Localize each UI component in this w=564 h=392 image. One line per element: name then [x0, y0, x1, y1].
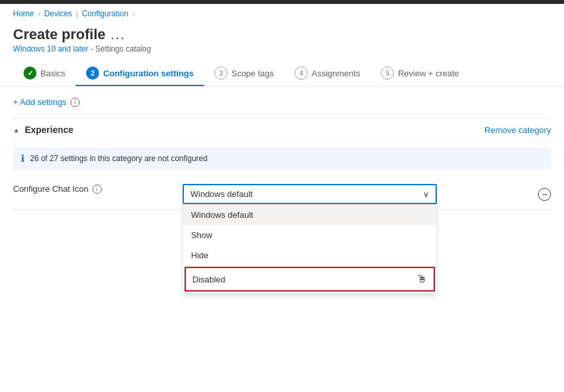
dropdown-option-disabled[interactable]: Disabled 🖱: [185, 267, 435, 292]
setting-info-icon[interactable]: i: [93, 185, 102, 194]
setting-row-configure-chat-icon: Configure Chat Icon i Windows default ∨ …: [13, 176, 551, 210]
page-title: Create profile: [13, 26, 106, 43]
add-settings-label: + Add settings: [13, 97, 67, 107]
tab-config-label: Configuration settings: [103, 68, 194, 78]
remove-setting-button[interactable]: −: [538, 188, 551, 201]
breadcrumb-sep2: ›: [132, 10, 135, 18]
dropdown-arrow-icon: ∨: [423, 190, 429, 199]
tab-assignments[interactable]: 4 Assignments: [284, 61, 370, 86]
dropdown-selected-value: Windows default: [190, 189, 252, 199]
setting-control: Windows default ∨ Windows default Show H…: [183, 184, 531, 204]
breadcrumb: Home › Devices | Configuration ›: [0, 4, 564, 23]
dropdown-option-show[interactable]: Show: [183, 225, 436, 245]
remove-setting-icon: −: [542, 189, 547, 200]
tab-configuration-settings[interactable]: 2 Configuration settings: [76, 61, 204, 86]
info-banner-text: 26 of 27 settings in this category are n…: [30, 154, 207, 163]
category-section: ▲ Experience Remove category ℹ 26 of 27 …: [13, 118, 551, 210]
more-options-button[interactable]: ...: [111, 27, 126, 42]
tab-scope-label: Scope tags: [231, 68, 274, 78]
dropdown-option-disabled-label: Disabled: [192, 275, 226, 284]
dropdown-menu: Windows default Show Hide Disabled 🖱: [183, 204, 437, 294]
category-collapse-button[interactable]: ▲ Experience: [13, 125, 74, 135]
breadcrumb-configuration[interactable]: Configuration: [82, 9, 128, 18]
add-settings-info-icon[interactable]: i: [70, 98, 80, 107]
tab-basics-num: ✓: [23, 67, 37, 80]
dropdown-option-windows-default[interactable]: Windows default: [183, 205, 436, 225]
remove-category-button[interactable]: Remove category: [484, 125, 551, 135]
page-subtitle: Windows 10 and later - Settings catalog: [13, 44, 551, 53]
breadcrumb-devices[interactable]: Devices: [44, 9, 72, 18]
category-name: Experience: [25, 125, 74, 135]
tab-assign-num: 4: [295, 67, 308, 80]
chevron-up-icon: ▲: [13, 127, 20, 134]
dropdown-selected[interactable]: Windows default ∨: [183, 184, 437, 204]
breadcrumb-pipe: |: [76, 9, 78, 18]
tab-review-num: 5: [381, 67, 394, 80]
tab-scope-num: 3: [215, 67, 228, 80]
page-header: Create profile ... Windows 10 and later …: [0, 23, 564, 56]
category-header: ▲ Experience Remove category: [13, 118, 551, 141]
setting-label: Configure Chat Icon i: [13, 184, 183, 194]
tab-config-num: 2: [86, 67, 99, 80]
cursor-hand-icon: 🖱: [417, 273, 427, 285]
breadcrumb-sep1: ›: [38, 10, 40, 18]
tabs-bar: ✓ Basics 2 Configuration settings 3 Scop…: [0, 56, 564, 87]
tab-basics[interactable]: ✓ Basics: [13, 61, 76, 86]
dropdown-option-hide[interactable]: Hide: [183, 245, 436, 265]
tab-basics-label: Basics: [40, 68, 65, 78]
subtitle-link[interactable]: Windows 10 and later: [13, 44, 88, 53]
info-banner-icon: ℹ: [21, 153, 25, 164]
info-banner: ℹ 26 of 27 settings in this category are…: [13, 147, 551, 170]
add-settings-button[interactable]: + Add settings i: [13, 97, 551, 107]
dropdown-wrapper: Windows default ∨ Windows default Show H…: [183, 184, 437, 204]
subtitle-suffix: - Settings catalog: [91, 44, 151, 53]
content-area: + Add settings i ▲ Experience Remove cat…: [0, 87, 564, 220]
breadcrumb-home[interactable]: Home: [13, 9, 34, 18]
setting-name: Configure Chat Icon: [13, 184, 89, 194]
tab-review-create[interactable]: 5 Review + create: [370, 61, 469, 86]
tab-review-label: Review + create: [398, 68, 459, 78]
tab-scope-tags[interactable]: 3 Scope tags: [204, 61, 284, 86]
tab-assign-label: Assignments: [312, 68, 360, 78]
